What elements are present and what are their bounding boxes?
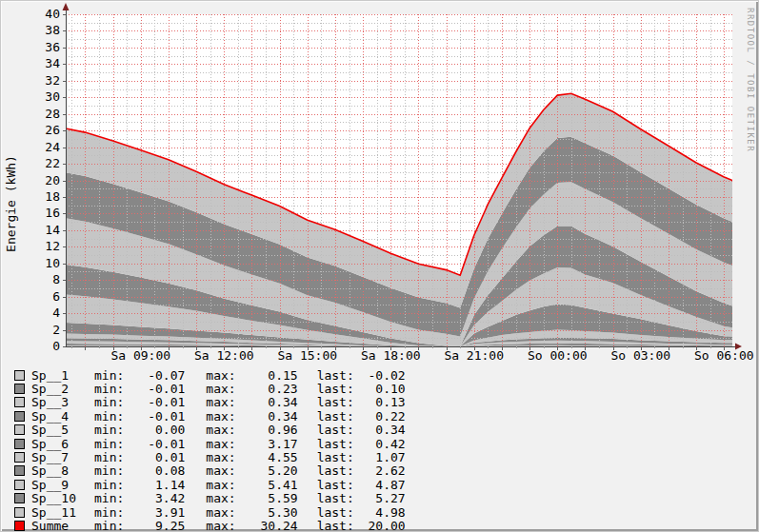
legend-series-label: Sp__8	[31, 463, 94, 478]
legend-last-key: last:	[317, 382, 356, 396]
legend-max-key: max:	[206, 450, 235, 464]
legend-row-sp__8: Sp__8min:0.08max:5.20last:2.62	[14, 464, 406, 478]
legend-max-value: 0.96	[236, 423, 298, 437]
legend-min-key: min:	[94, 519, 124, 532]
legend-min-key: min:	[94, 463, 124, 478]
y-axis-tick-label: 26	[45, 123, 60, 137]
energy-stacked-area-chart: 0246810121416182022242628303234363840Sa …	[1, 1, 759, 367]
y-axis-tick-label: 22	[45, 156, 60, 170]
legend-max-key: max:	[206, 437, 235, 451]
y-axis-tick-label: 30	[45, 89, 60, 104]
legend-max-value: 0.34	[236, 395, 298, 409]
y-axis-tick-label: 18	[45, 189, 60, 204]
legend-row-sp__6: Sp__6min:-0.01max:3.17last:0.42	[14, 437, 406, 450]
x-axis-tick-label: Sa 15:00	[277, 348, 337, 363]
y-axis-tick-label: 8	[52, 272, 60, 286]
legend-series-label: Sp__9	[31, 478, 94, 492]
legend-max-key: max:	[206, 478, 235, 492]
legend-min-value: -0.07	[124, 368, 185, 383]
legend-series-label: Sp__3	[31, 395, 94, 409]
legend-last-key: last:	[317, 368, 356, 383]
legend-min-value: 9.25	[124, 519, 185, 532]
legend-max-key: max:	[206, 395, 235, 409]
legend-series-label: Sp__7	[31, 450, 94, 464]
legend-swatch-sp__4	[14, 411, 25, 422]
legend-row-sp__5: Sp__5min:0.00max:0.96last:0.34	[14, 424, 406, 437]
legend-row-sp__10: Sp__10min:3.42max:5.59last:5.27	[14, 492, 406, 505]
legend-last-value: 0.42	[356, 437, 406, 451]
legend-last-value: -0.02	[356, 368, 406, 383]
legend-last-value: 5.27	[356, 491, 406, 505]
legend-max-key: max:	[206, 505, 235, 520]
legend-row-sp__2: Sp__2min:-0.01max:0.23last:0.10	[14, 382, 406, 395]
legend-max-value: 5.41	[236, 478, 298, 492]
legend-min-key: min:	[94, 409, 124, 424]
legend-last-key: last:	[317, 450, 356, 464]
legend-min-value: 0.08	[124, 463, 185, 478]
legend-max-value: 0.34	[236, 409, 298, 424]
legend-last-key: last:	[317, 423, 356, 437]
y-axis-tick-label: 0	[52, 339, 60, 353]
legend-last-key: last:	[317, 409, 356, 424]
x-axis-tick-label: So 06:00	[694, 348, 754, 363]
y-axis-tick-label: 24	[45, 140, 60, 154]
legend-row-sp__7: Sp__7min:0.01max:4.55last:1.07	[14, 450, 406, 463]
legend-min-key: min:	[94, 505, 124, 520]
y-axis-tick-label: 32	[45, 73, 60, 88]
legend-swatch-summe	[14, 521, 25, 531]
y-axis-tick-label: 16	[45, 206, 60, 220]
rrdtool-watermark: RRDTOOL / TOBI OETIKER	[746, 8, 755, 152]
legend-last-key: last:	[317, 437, 356, 451]
legend-last-value: 0.34	[356, 423, 406, 437]
y-axis-tick-labels: 0246810121416182022242628303234363840	[45, 7, 60, 353]
legend-max-value: 0.23	[236, 382, 298, 396]
y-axis-tick-label: 4	[52, 305, 60, 320]
y-axis-tick-label: 36	[45, 40, 60, 54]
legend-last-key: last:	[317, 519, 356, 532]
legend-series-label: Sp__5	[31, 423, 94, 437]
x-axis-tick-label: Sa 09:00	[110, 348, 170, 363]
legend-row-sp__11: Sp__11min:3.91max:5.30last:4.98	[14, 505, 406, 519]
x-axis-tick-labels: Sa 09:00Sa 12:00Sa 15:00Sa 18:00Sa 21:00…	[110, 348, 753, 363]
legend-max-value: 4.55	[236, 450, 298, 464]
legend-row-sp__1: Sp__1min:-0.07max:0.15last:-0.02	[14, 368, 406, 382]
rrdtool-energy-graph: 0246810121416182022242628303234363840Sa …	[0, 0, 759, 532]
legend-max-key: max:	[206, 519, 235, 532]
legend-min-value: 3.42	[124, 491, 185, 505]
y-axis-tick-label: 14	[45, 223, 60, 237]
legend-row-sp__9: Sp__9min:1.14max:5.41last:4.87	[14, 478, 406, 491]
legend-last-value: 20.00	[356, 519, 406, 532]
legend-min-value: 0.01	[124, 450, 185, 464]
legend-max-value: 0.15	[236, 368, 298, 383]
x-axis-tick-label: So 03:00	[610, 348, 670, 363]
y-axis-tick-label: 6	[52, 289, 60, 304]
legend-row-summe: Summemin:9.25max:30.24last:20.00	[14, 519, 406, 532]
y-axis-tick-label: 2	[52, 323, 60, 337]
legend-swatch-sp__1	[14, 370, 25, 381]
legend-swatch-sp__2	[14, 384, 25, 394]
legend-series-label: Sp__2	[31, 382, 94, 396]
legend-swatch-sp__6	[14, 439, 25, 449]
y-axis-tick-label: 20	[45, 173, 60, 187]
legend-max-key: max:	[206, 382, 235, 396]
legend-series-label: Summe	[31, 519, 94, 532]
legend-min-value: 1.14	[124, 478, 185, 492]
legend-row-sp__3: Sp__3min:-0.01max:0.34last:0.13	[14, 396, 406, 409]
legend-last-value: 1.07	[356, 450, 406, 464]
legend-min-value: -0.01	[124, 409, 185, 424]
legend-min-value: -0.01	[124, 382, 185, 396]
legend-min-key: min:	[94, 395, 124, 409]
y-axis-arrow-icon	[63, 3, 70, 10]
legend-last-value: 0.10	[356, 382, 406, 396]
legend-series-label: Sp__11	[31, 505, 94, 520]
legend-last-value: 0.22	[356, 409, 406, 424]
legend-last-value: 0.13	[356, 395, 406, 409]
y-axis-tick-label: 12	[45, 239, 60, 253]
legend-last-value: 4.98	[356, 505, 406, 520]
legend-swatch-sp__5	[14, 424, 25, 435]
legend-swatch-sp__7	[14, 452, 25, 463]
chart-legend: Sp__1min:-0.07max:0.15last:-0.02Sp__2min…	[14, 368, 406, 532]
legend-last-key: last:	[317, 463, 356, 478]
legend-max-value: 5.59	[236, 491, 298, 505]
legend-swatch-sp__11	[14, 507, 25, 518]
